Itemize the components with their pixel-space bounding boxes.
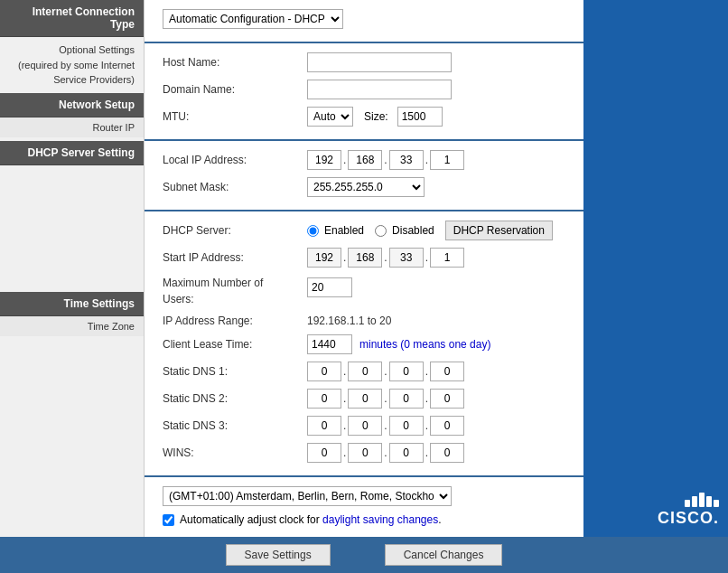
- bottom-bar: Save Settings Cancel Changes: [0, 537, 728, 573]
- time-zone-select[interactable]: (GMT+01:00) Amsterdam, Berlin, Bern, Rom…: [163, 486, 452, 506]
- local-ip-label: Local IP Address:: [163, 154, 307, 166]
- dns3-1[interactable]: [307, 416, 341, 436]
- dns1-3[interactable]: [389, 362, 424, 381]
- main-content: Automatic Configuration - DHCP Host Name…: [145, 0, 583, 537]
- mtu-label: MTU:: [163, 110, 307, 123]
- max-users-input[interactable]: [307, 277, 352, 297]
- sidebar-internet-label: Internet Connection Type: [33, 5, 135, 31]
- sidebar-dhcp-label: DHCP Server Setting: [28, 146, 135, 159]
- mtu-type-select[interactable]: Auto: [307, 107, 353, 127]
- dhcp-disabled-radio[interactable]: [375, 225, 387, 237]
- dns1-1[interactable]: [307, 362, 341, 381]
- dns3-label: Static DNS 3:: [163, 419, 307, 432]
- cisco-bar-5: [714, 500, 719, 507]
- sidebar-router-ip: Router IP: [0, 117, 144, 137]
- dns2-4[interactable]: [430, 389, 464, 409]
- wins-label: WINS:: [163, 446, 307, 459]
- time-section: (GMT+01:00) Amsterdam, Berlin, Bern, Rom…: [145, 477, 583, 537]
- cisco-bars: [685, 493, 719, 507]
- wins-inputs: . . .: [307, 443, 464, 463]
- mtu-size-input[interactable]: [397, 107, 443, 127]
- dhcp-server-label: DHCP Server:: [163, 224, 307, 237]
- sidebar-time-zone: Time Zone: [0, 316, 144, 336]
- cisco-bar-4: [706, 496, 712, 507]
- wins-2[interactable]: [348, 443, 382, 463]
- subnet-label: Subnet Mask:: [163, 181, 307, 193]
- mtu-row: Auto Size:: [307, 107, 443, 127]
- local-ip-3[interactable]: [389, 150, 424, 170]
- auto-adjust-row: Automatically adjust clock for daylight …: [163, 513, 565, 526]
- dhcp-enabled-radio-label[interactable]: Enabled: [307, 224, 364, 237]
- local-ip-2[interactable]: [348, 150, 382, 170]
- ip-range-value: 192.168.1.1 to 20: [307, 315, 391, 327]
- optional-section: Host Name: Domain Name: MTU: Auto Size:: [145, 43, 583, 141]
- sidebar-dhcp-header: DHCP Server Setting: [0, 141, 144, 165]
- daylight-link[interactable]: daylight saving changes: [322, 513, 438, 526]
- internet-section: Automatic Configuration - DHCP: [145, 0, 583, 43]
- save-settings-button[interactable]: Save Settings: [226, 544, 331, 566]
- max-users-label: Maximum Number ofUsers:: [163, 275, 307, 307]
- sidebar-time-label: Time Settings: [64, 297, 135, 310]
- sidebar-network-header: Network Setup: [0, 93, 144, 117]
- dns3-2[interactable]: [348, 416, 382, 436]
- dns3-3[interactable]: [389, 416, 424, 436]
- auto-adjust-checkbox[interactable]: [163, 514, 174, 526]
- domain-name-input[interactable]: [307, 80, 452, 99]
- dhcp-radio-group: Enabled Disabled DHCP Reservation: [307, 221, 553, 240]
- cisco-text: CISCO.: [658, 509, 719, 528]
- dhcp-section: DHCP Server: Enabled Disabled DHCP Reser…: [145, 211, 583, 477]
- dns2-3[interactable]: [389, 389, 424, 409]
- wins-1[interactable]: [307, 443, 341, 463]
- lease-hint: minutes (0 means one day): [359, 338, 490, 351]
- cisco-bar-3: [699, 493, 705, 507]
- dns3-inputs: . . .: [307, 416, 464, 436]
- local-ip-4[interactable]: [430, 150, 464, 170]
- cisco-bar-2: [692, 496, 697, 507]
- host-name-label: Host Name:: [163, 56, 307, 69]
- start-ip-2[interactable]: [348, 248, 382, 268]
- domain-name-label: Domain Name:: [163, 83, 307, 96]
- wins-3[interactable]: [389, 443, 424, 463]
- sidebar-time-header: Time Settings: [0, 292, 144, 316]
- dns3-4[interactable]: [430, 416, 464, 436]
- dhcp-disabled-radio-label[interactable]: Disabled: [375, 224, 434, 237]
- subnet-select[interactable]: 255.255.255.0: [307, 177, 425, 197]
- connection-type-select[interactable]: Automatic Configuration - DHCP: [163, 9, 343, 29]
- network-section: Local IP Address: . . . Subnet Mask: 25: [145, 141, 583, 211]
- sidebar-network-label: Network Setup: [59, 99, 135, 111]
- local-ip-1[interactable]: [307, 150, 341, 170]
- start-ip-1[interactable]: [307, 248, 341, 268]
- sidebar-internet-header: Internet Connection Type: [0, 0, 144, 37]
- start-ip-inputs: . . .: [307, 248, 464, 268]
- left-sidebar: Internet Connection Type Optional Settin…: [0, 0, 145, 537]
- dns1-label: Static DNS 1:: [163, 365, 307, 378]
- start-ip-label: Start IP Address:: [163, 251, 307, 264]
- dns2-2[interactable]: [348, 389, 382, 409]
- lease-label: Client Lease Time:: [163, 338, 307, 351]
- sidebar-optional-label: Optional Settings(required by some Inter…: [0, 37, 144, 93]
- dns1-inputs: . . .: [307, 362, 464, 381]
- start-ip-3[interactable]: [389, 248, 424, 268]
- auto-adjust-label: Automatically adjust clock for daylight …: [180, 513, 442, 526]
- right-panel: CISCO.: [583, 0, 728, 537]
- mtu-size-label: Size:: [364, 110, 388, 123]
- wins-4[interactable]: [430, 443, 464, 463]
- dns1-2[interactable]: [348, 362, 382, 381]
- start-ip-4[interactable]: [430, 248, 464, 268]
- dns2-label: Static DNS 2:: [163, 392, 307, 405]
- host-name-input[interactable]: [307, 52, 452, 72]
- dhcp-enabled-radio[interactable]: [307, 225, 319, 237]
- dhcp-reservation-button[interactable]: DHCP Reservation: [445, 221, 553, 240]
- dns2-1[interactable]: [307, 389, 341, 409]
- lease-input[interactable]: [307, 334, 352, 354]
- ip-range-label: IP Address Range:: [163, 315, 307, 327]
- dns1-4[interactable]: [430, 362, 464, 381]
- cisco-logo: CISCO.: [658, 493, 719, 528]
- cancel-changes-button[interactable]: Cancel Changes: [385, 544, 503, 566]
- dhcp-enabled-label: Enabled: [324, 224, 364, 237]
- local-ip-inputs: . . .: [307, 150, 464, 170]
- dhcp-disabled-label: Disabled: [392, 224, 434, 237]
- dns2-inputs: . . .: [307, 389, 464, 409]
- cisco-bar-1: [685, 500, 690, 507]
